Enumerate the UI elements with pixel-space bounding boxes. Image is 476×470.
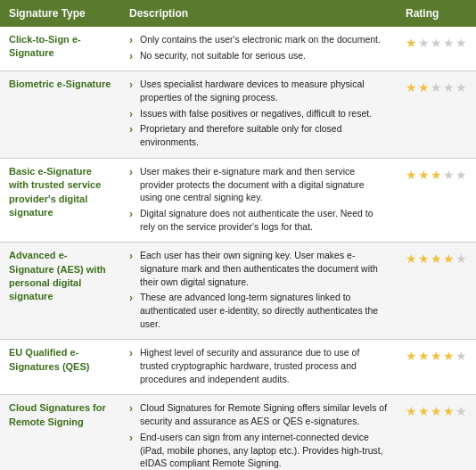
rating-cell: ★★★★★ (397, 71, 476, 158)
col-header-description: Description (120, 0, 397, 27)
bullet-item: No security, not suitable for serious us… (129, 49, 388, 62)
bullet-item: Highest level of security and assurance … (129, 346, 388, 385)
bullet-item: Issues with false positives or negatives… (129, 107, 388, 120)
filled-star-icon: ★ (443, 348, 455, 366)
table-header: Signature Type Description Rating (0, 0, 476, 27)
signature-type-cell: Advanced e-Signature (AES) with personal… (0, 243, 120, 340)
description-cell: Uses specialist hardware devices to meas… (120, 71, 397, 158)
signature-type-cell: Biometric e-Signature (0, 71, 120, 158)
bullet-item: These are advanced long-term signatures … (129, 291, 388, 330)
rating-cell: ★★★★★ (397, 27, 476, 71)
filled-star-icon: ★ (406, 167, 417, 185)
filled-star-icon: ★ (406, 403, 417, 421)
bullet-item: Each user has their own signing key. Use… (129, 249, 388, 288)
filled-star-icon: ★ (406, 35, 417, 53)
table-row: EU Qualified e-Signatures (QES)Highest l… (0, 340, 476, 395)
bullet-item: Digital signature does not authenticate … (129, 207, 388, 233)
filled-star-icon: ★ (443, 403, 455, 421)
filled-star-icon: ★ (406, 251, 417, 268)
bullet-item: Cloud Signatures for Remote Signing offe… (129, 401, 388, 427)
filled-star-icon: ★ (431, 251, 442, 268)
filled-star-icon: ★ (431, 167, 442, 185)
empty-star-icon: ★ (443, 35, 455, 53)
description-cell: Only contains the user's electronic mark… (120, 27, 397, 71)
filled-star-icon: ★ (418, 167, 430, 185)
empty-star-icon: ★ (455, 348, 467, 366)
filled-star-icon: ★ (443, 251, 455, 268)
col-header-type: Signature Type (0, 0, 120, 27)
empty-star-icon: ★ (431, 79, 442, 97)
description-cell: Each user has their own signing key. Use… (120, 243, 397, 340)
table-row: Basic e-Signature with trusted service p… (0, 158, 476, 242)
table-row: Click-to-Sign e-SignatureOnly contains t… (0, 27, 476, 71)
filled-star-icon: ★ (418, 348, 430, 366)
empty-star-icon: ★ (431, 35, 442, 53)
rating-cell: ★★★★★ (397, 158, 476, 242)
empty-star-icon: ★ (443, 167, 455, 185)
col-header-rating: Rating (397, 0, 476, 27)
empty-star-icon: ★ (455, 79, 467, 97)
empty-star-icon: ★ (455, 35, 467, 53)
empty-star-icon: ★ (443, 79, 455, 97)
filled-star-icon: ★ (431, 403, 442, 421)
filled-star-icon: ★ (418, 403, 430, 421)
bullet-item: Proprietary and therefore suitable only … (129, 122, 388, 148)
signature-type-cell: Cloud Signatures for Remote Signing (0, 395, 120, 470)
filled-star-icon: ★ (406, 348, 417, 366)
bullet-item: User makes their e-signature mark and th… (129, 165, 388, 204)
filled-star-icon: ★ (406, 79, 417, 97)
signature-type-cell: Click-to-Sign e-Signature (0, 27, 120, 71)
description-cell: Cloud Signatures for Remote Signing offe… (120, 395, 397, 470)
rating-cell: ★★★★★ (397, 243, 476, 340)
table-row: Advanced e-Signature (AES) with personal… (0, 243, 476, 340)
rating-cell: ★★★★★ (397, 395, 476, 470)
rating-cell: ★★★★★ (397, 340, 476, 395)
filled-star-icon: ★ (418, 79, 430, 97)
signature-type-cell: Basic e-Signature with trusted service p… (0, 158, 120, 242)
description-cell: User makes their e-signature mark and th… (120, 158, 397, 242)
table-row: Biometric e-SignatureUses specialist har… (0, 71, 476, 158)
table-body: Click-to-Sign e-SignatureOnly contains t… (0, 27, 476, 470)
empty-star-icon: ★ (455, 167, 467, 185)
bullet-item: End-users can sign from any internet-con… (129, 431, 388, 470)
empty-star-icon: ★ (455, 403, 467, 421)
bullet-item: Only contains the user's electronic mark… (129, 33, 388, 46)
filled-star-icon: ★ (418, 251, 430, 268)
empty-star-icon: ★ (455, 251, 467, 268)
bullet-item: Uses specialist hardware devices to meas… (129, 78, 388, 103)
signature-type-cell: EU Qualified e-Signatures (QES) (0, 340, 120, 395)
empty-star-icon: ★ (418, 35, 430, 53)
table-row: Cloud Signatures for Remote SigningCloud… (0, 395, 476, 470)
filled-star-icon: ★ (431, 348, 442, 366)
description-cell: Highest level of security and assurance … (120, 340, 397, 395)
